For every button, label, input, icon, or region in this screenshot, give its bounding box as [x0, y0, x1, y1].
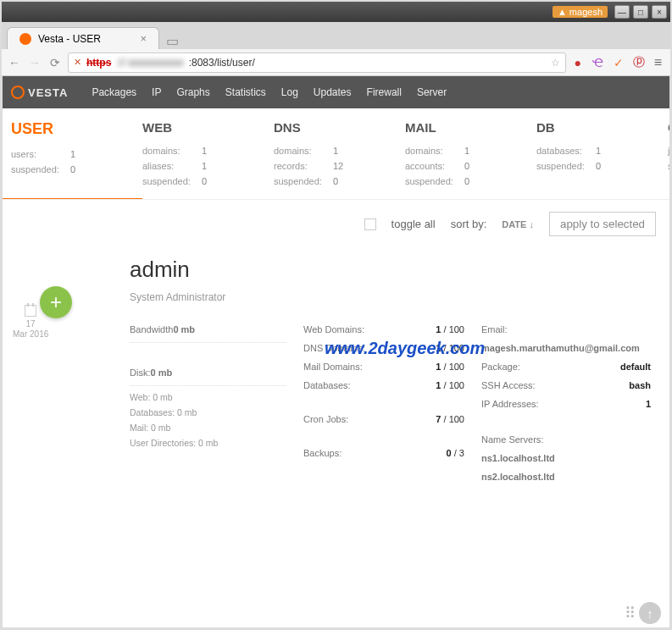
brand-text: VESTA [28, 86, 68, 99]
bandwidth-value: 0 mb [173, 324, 195, 334]
ns1-value: ns1.localhost.ltd [481, 449, 555, 467]
extension-icon[interactable]: Ҽ [591, 56, 605, 69]
extension-icon[interactable]: ● [571, 56, 585, 69]
sort-by-label: sort by: [451, 218, 487, 230]
metric-row: Web Domains:1 / 100 [303, 320, 464, 339]
category-title: DNS [274, 120, 405, 135]
drag-handle-icon[interactable]: ⠿ [625, 604, 634, 622]
add-user-button[interactable]: + [40, 286, 72, 318]
tab-close-icon[interactable]: × [140, 32, 147, 45]
ssh-label: SSH Access: [481, 376, 629, 395]
browser-menu-button[interactable]: ≡ [651, 55, 665, 70]
apply-to-selected-button[interactable]: apply to selected [549, 212, 656, 236]
nav-statistics[interactable]: Statistics [225, 86, 266, 98]
session-user-badge: ▲ magesh [553, 6, 608, 18]
category-web[interactable]: WEBdomains:1aliases:1suspended:0 [142, 120, 274, 199]
package-label: Package: [481, 357, 620, 376]
reload-button[interactable]: ⟳ [47, 55, 63, 70]
forward-button[interactable]: → [27, 55, 42, 70]
nav-updates[interactable]: Updates [314, 86, 352, 98]
category-mail[interactable]: MAILdomains:1accounts:0suspended:0 [405, 120, 536, 199]
stat-row: jobs:7 [668, 143, 669, 158]
disk-value: 0 mb [150, 368, 172, 378]
bookmark-star-icon[interactable]: ☆ [551, 57, 560, 69]
stat-row: domains:1 [405, 143, 536, 158]
user-panel: admin System Administrator www.2daygeek.… [130, 248, 669, 486]
app-topnav: VESTA Packages IP Graphs Statistics Log … [3, 76, 669, 108]
disk-sub: Mail: 0 mb [130, 420, 286, 435]
category-title: WEB [142, 120, 274, 135]
address-bar[interactable]: ✕ https :// xxxxxxxxxxx :8083/list/user/… [68, 52, 566, 73]
ssh-value: bash [629, 380, 651, 390]
window-close-button[interactable]: × [652, 5, 667, 19]
watermark-text: www.2daygeek.com [325, 339, 485, 358]
browser-tab[interactable]: Vesta - USER × [7, 27, 159, 49]
disk-sub: User Directories: 0 mb [130, 435, 286, 450]
window-titlebar: ▲ magesh — □ × [2, 2, 670, 22]
category-db[interactable]: DBdatabases:1suspended:0 [536, 120, 668, 199]
brand-logo[interactable]: VESTA [11, 86, 68, 99]
disk-sub: Databases: 0 mb [130, 405, 286, 420]
url-path: :8083/list/user/ [189, 57, 255, 69]
sort-value[interactable]: DATE ↓ [502, 219, 534, 229]
url-scheme: https [86, 57, 111, 69]
stat-row: suspended:0 [668, 158, 669, 174]
metric-row: Mail Domains:1 / 100 [303, 357, 464, 376]
window-maximize-button[interactable]: □ [633, 5, 648, 19]
stat-row: suspended:0 [142, 174, 274, 189]
window-minimize-button[interactable]: — [614, 5, 630, 19]
pinterest-icon[interactable]: ⓟ [632, 56, 646, 69]
metric-row: Cron Jobs:7 / 100 [303, 410, 464, 428]
category-title: CRON [668, 120, 669, 135]
nav-server[interactable]: Server [417, 86, 447, 98]
metric-row: Databases:1 / 100 [303, 376, 464, 395]
toggle-all-checkbox[interactable] [364, 218, 376, 230]
ip-value: 1 [646, 399, 651, 409]
warning-icon: ▲ [558, 7, 567, 17]
stat-row: accounts:0 [405, 158, 536, 174]
nav-firewall[interactable]: Firewall [367, 86, 402, 98]
stat-row: suspended:0 [11, 162, 142, 177]
stat-row: suspended:0 [274, 174, 405, 189]
ip-label: IP Addresses: [481, 395, 646, 413]
scroll-top-button[interactable]: ↑ [639, 602, 661, 624]
logo-icon [11, 86, 25, 99]
stat-row: suspended:0 [536, 158, 668, 174]
user-role: System Administrator [130, 291, 656, 303]
ns-label: Name Servers: [481, 430, 651, 449]
user-name: admin [130, 257, 656, 283]
ns2-value: ns2.localhost.ltd [481, 467, 555, 486]
category-cron[interactable]: CRONjobs:7suspended:0 [668, 120, 669, 199]
bandwidth-label: Bandwidth [130, 320, 173, 339]
email-label: Email: [481, 320, 651, 339]
url-host-blurred: :// xxxxxxxxxxx [116, 57, 183, 69]
extension-icon[interactable]: ✓ [612, 56, 625, 69]
disk-sub: Web: 0 mb [130, 390, 286, 405]
back-button[interactable]: ← [7, 55, 22, 70]
new-tab-button[interactable]: ▭ [159, 33, 186, 49]
stat-row: aliases:1 [142, 158, 274, 174]
category-dns[interactable]: DNSdomains:1records:12suspended:0 [274, 120, 405, 199]
stat-row: suspended:0 [405, 174, 536, 189]
stat-row: records:12 [274, 158, 405, 174]
category-title: MAIL [405, 120, 536, 135]
nav-graphs[interactable]: Graphs [176, 86, 209, 98]
category-title: USER [11, 120, 142, 138]
category-title: DB [536, 120, 668, 135]
session-user: magesh [569, 7, 603, 17]
category-tabs: USERusers:1suspended:0WEBdomains:1aliase… [3, 108, 669, 200]
extensions: ● Ҽ ✓ ⓟ [571, 56, 646, 69]
nav-ip[interactable]: IP [152, 86, 161, 98]
list-toolbar: toggle all sort by: DATE ↓ apply to sele… [3, 200, 669, 248]
nav-packages[interactable]: Packages [92, 86, 136, 98]
nav-log[interactable]: Log [281, 86, 298, 98]
disk-label: Disk: [130, 363, 150, 382]
stat-row: domains:1 [142, 143, 274, 158]
page-footer: ⠿ ↑ [625, 602, 661, 624]
page-content: VESTA Packages IP Graphs Statistics Log … [2, 76, 670, 628]
stat-row: users:1 [11, 146, 142, 162]
favicon-icon [19, 33, 31, 45]
category-user[interactable]: USERusers:1suspended:0 [11, 120, 142, 199]
package-value: default [620, 362, 651, 372]
calendar-icon [25, 305, 36, 317]
